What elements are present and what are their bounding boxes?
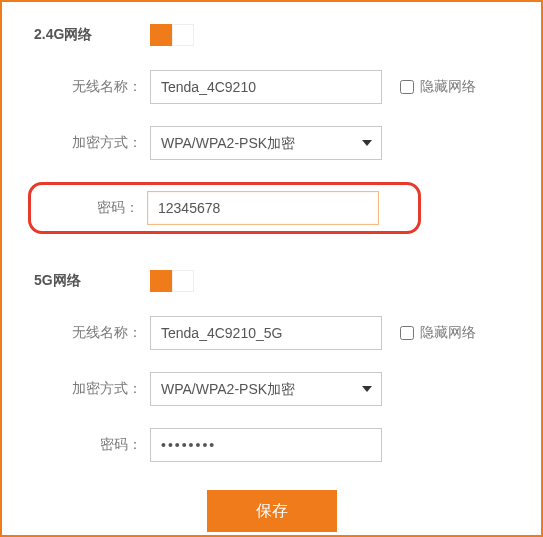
band-5g-title: 5G网络 <box>32 272 150 290</box>
hide-network-5g[interactable]: 隐藏网络 <box>400 324 476 342</box>
save-row: 保存 <box>32 490 511 532</box>
band-24g-ssid-row: 无线名称： 隐藏网络 <box>32 70 511 104</box>
hide-network-checkbox-5g[interactable] <box>400 326 414 340</box>
band-5g-password-row: 密码： <box>32 428 511 462</box>
band-5g-header: 5G网络 <box>32 270 511 292</box>
enc-select-24g[interactable]: WPA/WPA2-PSK加密 <box>150 126 382 160</box>
toggle-knob <box>172 270 194 292</box>
ssid-label-24g: 无线名称： <box>32 78 150 96</box>
ssid-input-5g[interactable] <box>150 316 382 350</box>
band-24g-password-row-highlighted: 密码： <box>28 182 421 234</box>
band-24g-title: 2.4G网络 <box>32 26 150 44</box>
pwd-label-5g: 密码： <box>32 436 150 454</box>
pwd-label-24g: 密码： <box>33 199 147 217</box>
ssid-label-5g: 无线名称： <box>32 324 150 342</box>
hide-network-checkbox-24g[interactable] <box>400 80 414 94</box>
band-24g-enc-row: 加密方式： WPA/WPA2-PSK加密 <box>32 126 511 160</box>
enc-label-5g: 加密方式： <box>32 380 150 398</box>
enc-select-wrap-5g: WPA/WPA2-PSK加密 <box>150 372 382 406</box>
band-24g-header: 2.4G网络 <box>32 24 511 46</box>
wifi-settings-panel: 2.4G网络 无线名称： 隐藏网络 加密方式： WPA/WPA2-PSK加密 密… <box>0 0 543 537</box>
save-button[interactable]: 保存 <box>207 490 337 532</box>
band-5g-enc-row: 加密方式： WPA/WPA2-PSK加密 <box>32 372 511 406</box>
ssid-input-24g[interactable] <box>150 70 382 104</box>
band-24g-toggle[interactable] <box>150 24 194 46</box>
password-input-5g[interactable] <box>150 428 382 462</box>
hide-network-label-5g: 隐藏网络 <box>420 324 476 342</box>
enc-select-5g[interactable]: WPA/WPA2-PSK加密 <box>150 372 382 406</box>
hide-network-label-24g: 隐藏网络 <box>420 78 476 96</box>
band-5g-ssid-row: 无线名称： 隐藏网络 <box>32 316 511 350</box>
hide-network-24g[interactable]: 隐藏网络 <box>400 78 476 96</box>
band-5g-toggle[interactable] <box>150 270 194 292</box>
password-input-24g[interactable] <box>147 191 379 225</box>
toggle-knob <box>172 24 194 46</box>
enc-select-wrap-24g: WPA/WPA2-PSK加密 <box>150 126 382 160</box>
enc-label-24g: 加密方式： <box>32 134 150 152</box>
